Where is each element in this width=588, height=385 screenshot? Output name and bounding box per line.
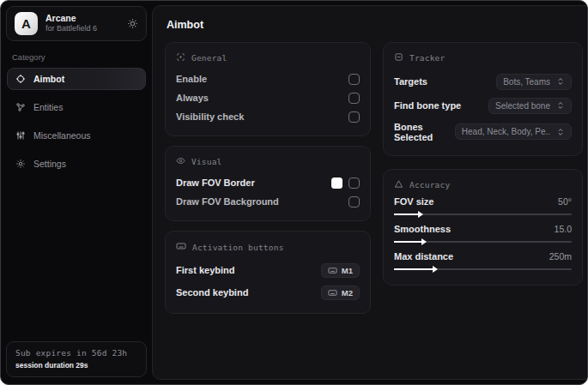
setting-row-visibility-check: Visibility check — [176, 107, 360, 126]
bones-selected-select[interactable]: Head, Neck, Body, Pe.. — [455, 123, 572, 140]
right-column: Tracker Targets Bots, Teams Find bone ty… — [383, 42, 583, 286]
visual-card-header: Visual — [176, 156, 360, 167]
sidebar-item-label: Miscellaneous — [33, 130, 91, 141]
sidebar-item-label: Settings — [33, 159, 66, 169]
setting-row-enable: Enable — [176, 69, 360, 88]
smoothness-slider[interactable] — [394, 238, 572, 246]
setting-row-draw-fov-border: Draw FOV Border — [176, 173, 360, 192]
tracker-card: Tracker Targets Bots, Teams Find bone ty… — [383, 42, 583, 156]
category-label: Category — [12, 52, 141, 62]
first-keybind-button[interactable]: M1 — [321, 263, 360, 278]
unfold-icon — [556, 77, 565, 86]
setting-label: Targets — [394, 76, 427, 87]
slider-fill[interactable] — [394, 268, 433, 270]
setting-label: First keybind — [176, 265, 234, 275]
setting-row-smoothness: Smoothness 15.0 — [394, 224, 572, 246]
always-checkbox[interactable] — [349, 93, 360, 104]
keybind-value: M1 — [342, 266, 353, 275]
crosshair-icon — [15, 74, 26, 84]
setting-label: Enable — [176, 74, 207, 84]
section-title: Visual — [191, 157, 222, 166]
sidebar-item-aimbot[interactable]: Aimbot — [7, 68, 146, 90]
section-title: Accuracy — [409, 180, 450, 189]
focus-icon — [176, 52, 185, 63]
slider-value: 50° — [558, 196, 572, 207]
keyboard-icon — [176, 241, 186, 253]
unfold-icon — [556, 101, 565, 110]
select-value: Bots, Teams — [503, 77, 550, 87]
setting-row-fov-size: FOV size 50° — [394, 196, 572, 219]
accuracy-card: Accuracy FOV size 50° — [383, 169, 583, 286]
setting-label: Visibility check — [176, 111, 244, 122]
visibility-check-checkbox[interactable] — [349, 111, 360, 123]
setting-row-first-keybind: First keybind M1 — [176, 259, 360, 281]
left-column: General Enable Always Visibility check — [165, 42, 371, 314]
keyboard-icon — [328, 266, 337, 275]
general-card: General Enable Always Visibility check — [165, 42, 371, 136]
tracker-card-header: Tracker — [394, 52, 572, 63]
sub-expiry-text: Sub expires in 56d 23h — [15, 348, 137, 358]
slider-value: 250m — [549, 251, 572, 262]
setting-label: Smoothness — [394, 224, 451, 234]
screenshot: A Arcane for Battlefield 6 Category Aimb… — [0, 0, 588, 385]
section-title: Tracker — [409, 53, 445, 63]
second-keybind-button[interactable]: M2 — [321, 286, 360, 300]
setting-row-find-bone-type: Find bone type Selected bone — [394, 93, 572, 117]
app-titles: Arcane for Battlefield 6 — [45, 13, 97, 33]
setting-label: Draw FOV Border — [176, 177, 255, 188]
section-title: General — [191, 53, 227, 63]
sidebar-item-miscellaneous[interactable]: Miscellaneous — [7, 124, 146, 147]
slider-value: 15.0 — [555, 224, 572, 234]
gear-icon — [15, 159, 26, 169]
slider-fill[interactable] — [394, 241, 422, 243]
section-title: Activation buttons — [192, 243, 284, 252]
session-duration-text: session duration 29s — [15, 361, 137, 370]
app-name: Arcane — [45, 13, 97, 24]
subscription-info: Sub expires in 56d 23h session duration … — [6, 341, 147, 377]
setting-label: Find bone type — [394, 100, 461, 111]
sidebar: A Arcane for Battlefield 6 Category Aimb… — [1, 1, 152, 384]
setting-label: Second keybind — [176, 287, 248, 298]
sidebar-item-label: Entities — [33, 102, 63, 112]
select-value: Head, Neck, Body, Pe.. — [462, 127, 550, 136]
setting-row-bones-selected: Bones Selected Head, Neck, Body, Pe.. — [394, 117, 572, 146]
content-columns: General Enable Always Visibility check — [165, 42, 583, 314]
sliders-icon — [15, 130, 26, 141]
draw-fov-border-checkbox[interactable] — [349, 177, 360, 189]
sidebar-item-entities[interactable]: Entities — [7, 96, 146, 118]
draw-fov-background-checkbox[interactable] — [349, 196, 360, 208]
triangle-icon — [394, 179, 403, 190]
app-window: A Arcane for Battlefield 6 Category Aimb… — [0, 0, 588, 385]
visual-card: Visual Draw FOV Border Draw FOV Backgrou… — [165, 146, 371, 221]
fov-size-slider[interactable] — [394, 210, 572, 219]
gear-icon[interactable] — [127, 18, 138, 29]
enable-checkbox[interactable] — [349, 74, 360, 85]
max-distance-slider[interactable] — [394, 265, 572, 274]
general-card-header: General — [176, 52, 360, 63]
app-subtitle: for Battlefield 6 — [45, 24, 97, 33]
setting-row-always: Always — [176, 88, 360, 107]
setting-label: Bones Selected — [394, 122, 455, 142]
page-title: Aimbot — [167, 19, 581, 31]
app-logo: A — [15, 12, 38, 35]
select-value: Selected bone — [495, 101, 550, 111]
setting-row-targets: Targets Bots, Teams — [394, 69, 572, 93]
main-panel: Aimbot General Enable — [152, 5, 588, 380]
slider-fill[interactable] — [394, 214, 419, 215]
targets-select[interactable]: Bots, Teams — [496, 74, 572, 90]
sidebar-item-settings[interactable]: Settings — [7, 153, 146, 175]
setting-row-draw-fov-background: Draw FOV Background — [176, 192, 360, 211]
sidebar-nav: Aimbot Entities Miscellaneous — [6, 68, 147, 175]
eye-icon — [176, 156, 185, 167]
setting-row-second-keybind: Second keybind M2 — [176, 281, 360, 304]
keybind-value: M2 — [342, 288, 353, 298]
sidebar-item-label: Aimbot — [33, 74, 64, 84]
unfold-icon — [556, 128, 565, 136]
scan-box-icon — [394, 52, 403, 63]
find-bone-type-select[interactable]: Selected bone — [488, 98, 572, 114]
fov-border-color-swatch[interactable] — [331, 177, 342, 189]
activation-buttons-card: Activation buttons First keybind M1 Seco… — [165, 231, 371, 314]
sidebar-header: A Arcane for Battlefield 6 — [6, 6, 147, 41]
setting-label: FOV size — [394, 196, 433, 207]
setting-row-max-distance: Max distance 250m — [394, 251, 572, 274]
